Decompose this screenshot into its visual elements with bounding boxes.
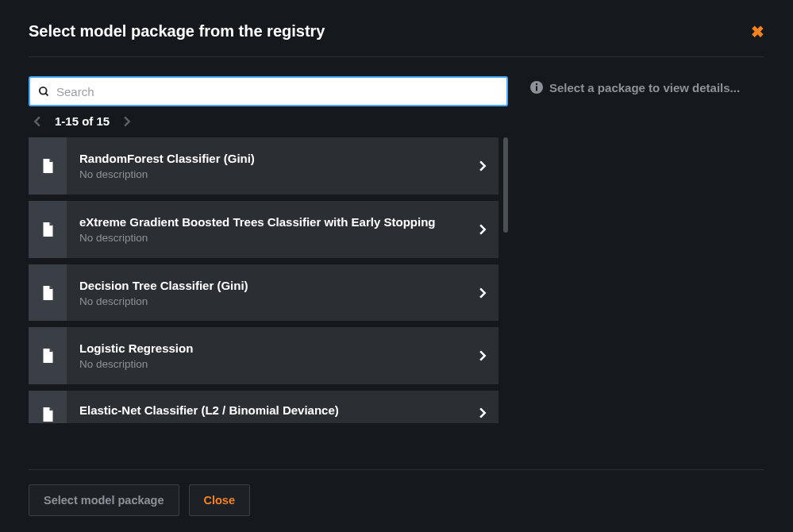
svg-point-4 xyxy=(536,83,537,85)
package-title: eXtreme Gradient Boosted Trees Classifie… xyxy=(79,215,454,229)
list-viewport: RandomForest Classifier (Gini) No descri… xyxy=(29,137,508,423)
package-list-panel: 1-15 of 15 RandomForest Classifier (Gini… xyxy=(29,76,508,450)
search-icon xyxy=(38,86,50,98)
package-row-content: eXtreme Gradient Boosted Trees Classifie… xyxy=(67,201,467,258)
package-description: No description xyxy=(79,232,454,244)
modal-body: 1-15 of 15 RandomForest Classifier (Gini… xyxy=(29,57,764,450)
pager-label: 1-15 of 15 xyxy=(55,114,110,128)
package-description: No description xyxy=(79,295,454,307)
select-model-package-button[interactable]: Select model package xyxy=(29,484,179,516)
chevron-right-icon xyxy=(467,264,499,322)
package-row[interactable]: Elastic-Net Classifier (L2 / Binomial De… xyxy=(29,391,499,423)
modal-header: Select model package from the registry ✖ xyxy=(29,22,764,57)
modal-title: Select model package from the registry xyxy=(29,22,325,40)
package-list: RandomForest Classifier (Gini) No descri… xyxy=(29,137,499,423)
svg-line-1 xyxy=(45,93,48,95)
scrollbar[interactable] xyxy=(503,137,508,423)
pager-prev-icon[interactable] xyxy=(33,116,40,127)
details-panel: Select a package to view details... xyxy=(530,76,764,450)
package-title: RandomForest Classifier (Gini) xyxy=(79,152,454,165)
package-title: Decision Tree Classifier (Gini) xyxy=(79,279,454,292)
package-row-content: RandomForest Classifier (Gini) No descri… xyxy=(67,137,467,195)
chevron-right-icon xyxy=(467,137,499,195)
svg-rect-3 xyxy=(536,87,537,91)
chevron-right-icon xyxy=(467,201,499,258)
file-icon xyxy=(29,137,67,195)
package-title: Logistic Regression xyxy=(79,341,454,355)
package-row-content: Logistic Regression No description xyxy=(67,327,467,384)
chevron-right-icon xyxy=(467,391,499,423)
file-icon xyxy=(29,201,67,258)
pager-next-icon[interactable] xyxy=(124,116,131,127)
info-icon xyxy=(530,81,543,94)
search-input-wrap[interactable] xyxy=(29,76,508,106)
scrollbar-thumb[interactable] xyxy=(503,137,508,233)
close-button[interactable]: Close xyxy=(189,484,251,516)
package-row-content: Decision Tree Classifier (Gini) No descr… xyxy=(67,264,467,322)
chevron-right-icon xyxy=(467,327,499,384)
close-icon[interactable]: ✖ xyxy=(751,24,764,40)
package-row[interactable]: eXtreme Gradient Boosted Trees Classifie… xyxy=(29,201,499,258)
package-title: Elastic-Net Classifier (L2 / Binomial De… xyxy=(79,403,454,417)
package-row[interactable]: Decision Tree Classifier (Gini) No descr… xyxy=(29,264,499,322)
package-description: No description xyxy=(79,358,454,370)
file-icon xyxy=(29,327,67,384)
package-description: No description xyxy=(79,168,454,180)
svg-point-0 xyxy=(40,87,47,94)
package-row-content: Elastic-Net Classifier (L2 / Binomial De… xyxy=(67,391,467,423)
details-placeholder: Select a package to view details... xyxy=(549,81,740,94)
package-row[interactable]: RandomForest Classifier (Gini) No descri… xyxy=(29,137,499,195)
pagination: 1-15 of 15 xyxy=(29,106,508,137)
file-icon xyxy=(29,391,67,423)
file-icon xyxy=(29,264,67,322)
package-row[interactable]: Logistic Regression No description xyxy=(29,327,499,384)
modal-select-model-package: Select model package from the registry ✖… xyxy=(0,0,793,532)
search-input[interactable] xyxy=(56,85,499,98)
modal-footer: Select model package Close xyxy=(29,469,764,532)
